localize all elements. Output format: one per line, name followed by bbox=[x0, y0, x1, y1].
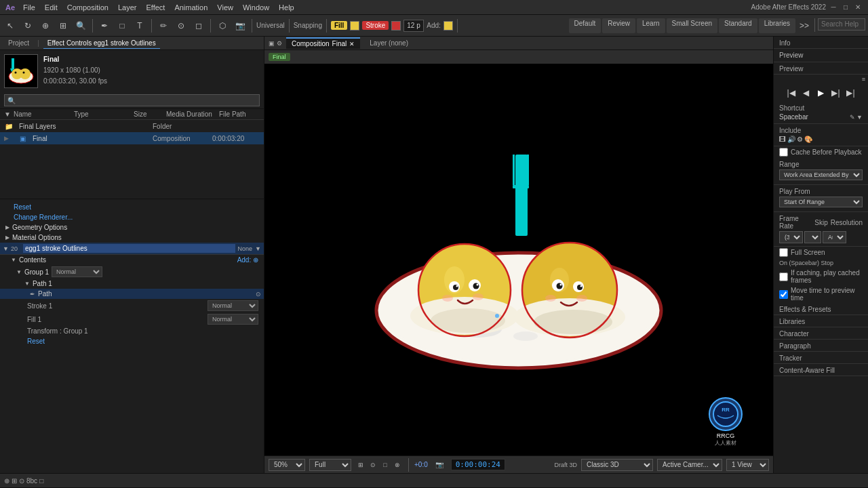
comp-tab-composition[interactable]: Composition Final ✕ bbox=[286, 37, 360, 49]
group1-mode-dropdown[interactable]: Normal bbox=[52, 266, 102, 277]
view-dropdown[interactable]: 1 View 2 Views 4 Views bbox=[726, 459, 769, 471]
comp-timecode[interactable]: 0:00:00:24 bbox=[451, 459, 505, 470]
menu-item-help[interactable]: Help bbox=[275, 2, 298, 13]
workspace-standard[interactable]: Standard bbox=[719, 18, 757, 33]
workspace-review[interactable]: Review bbox=[602, 18, 635, 33]
preview-menu-icon[interactable]: ≡ bbox=[862, 76, 865, 83]
search-tool[interactable]: 🔍 bbox=[73, 18, 88, 33]
3d-mode-dropdown[interactable]: Classic 3D GPU Accelerated bbox=[581, 459, 653, 471]
audio-include-icon[interactable]: 🔊 bbox=[787, 136, 795, 143]
full-screen-checkbox[interactable] bbox=[779, 248, 788, 257]
status-icon-1[interactable]: ⊕ bbox=[4, 477, 9, 485]
effects-presets-title[interactable]: Effects & Presets bbox=[774, 303, 868, 315]
contents-section[interactable]: ▼ Contents Add: ⊕ bbox=[0, 255, 264, 265]
path1-section[interactable]: ▼ Path 1 bbox=[0, 279, 264, 289]
workspace-libraries[interactable]: Libraries bbox=[759, 18, 795, 33]
stroke-width-input[interactable] bbox=[403, 20, 424, 32]
workspace-small-screen[interactable]: Small Screen bbox=[667, 18, 717, 33]
stroke-badge[interactable]: Stroke bbox=[362, 21, 389, 30]
if-caching-checkbox[interactable] bbox=[779, 272, 788, 281]
type-tool[interactable]: T bbox=[132, 18, 147, 33]
next-frame-btn[interactable]: ▶| bbox=[830, 87, 842, 99]
menu-item-edit[interactable]: Edit bbox=[41, 2, 62, 13]
brush-tool[interactable]: ✏ bbox=[156, 18, 171, 33]
comp-view-btn[interactable]: ⊗ bbox=[392, 460, 403, 470]
zoom-dropdown[interactable]: 50% 100% 25% bbox=[269, 459, 305, 471]
menu-item-window[interactable]: Window bbox=[239, 2, 273, 13]
comp-tab-close-icon[interactable]: ✕ bbox=[349, 41, 355, 47]
fill-color-swatch[interactable] bbox=[350, 21, 359, 30]
group1-section[interactable]: ▼ Group 1 Normal bbox=[0, 265, 264, 279]
status-icon-4[interactable]: 8bc bbox=[26, 477, 37, 485]
mask-btn[interactable]: ⊙ bbox=[368, 460, 378, 470]
close-button[interactable]: ✕ bbox=[853, 3, 863, 12]
clone-tool[interactable]: ⊙ bbox=[174, 18, 189, 33]
3d-tool[interactable]: ⬡ bbox=[215, 18, 230, 33]
color-include-icon[interactable]: 🎨 bbox=[804, 136, 812, 143]
project-search-input[interactable] bbox=[4, 94, 260, 106]
minimize-button[interactable]: ─ bbox=[829, 3, 838, 12]
range-dropdown[interactable]: Work Area Extended By Current... bbox=[779, 169, 863, 180]
fill1-mode-dropdown[interactable]: Normal bbox=[208, 314, 258, 325]
shortcut-down-icon[interactable]: ▼ bbox=[856, 114, 863, 121]
position-tool[interactable]: ⊞ bbox=[56, 18, 71, 33]
paragraph-title[interactable]: Paragraph bbox=[774, 340, 868, 352]
camera-tool[interactable]: 📷 bbox=[233, 18, 248, 33]
resolution-dropdown[interactable]: Full Half Quarter bbox=[309, 459, 351, 471]
play-btn[interactable]: ▶ bbox=[815, 87, 827, 99]
menu-item-animation[interactable]: Animation bbox=[170, 2, 212, 13]
skip-select[interactable]: 0 bbox=[804, 231, 821, 243]
stroke-color-swatch[interactable] bbox=[391, 21, 401, 30]
frame-rate-select[interactable]: (30) bbox=[779, 231, 803, 243]
move-time-checkbox[interactable] bbox=[779, 290, 788, 299]
workspace-learn[interactable]: Learn bbox=[637, 18, 665, 33]
snapshot-btn[interactable]: 📷 bbox=[432, 458, 447, 472]
cache-checkbox[interactable] bbox=[779, 148, 788, 157]
path-selected-row[interactable]: ✒ Path ⊙ bbox=[0, 289, 264, 299]
selected-layer-row[interactable]: ▼ 20 egg1 stroke Outlines None ▼ bbox=[0, 243, 264, 255]
maximize-button[interactable]: □ bbox=[841, 3, 850, 12]
geometry-options-section[interactable]: ▶ Geometry Options bbox=[0, 222, 264, 232]
status-icon-3[interactable]: ⊙ bbox=[19, 477, 24, 485]
menu-item-file[interactable]: File bbox=[19, 2, 39, 13]
stroke1-mode-dropdown[interactable]: Normal bbox=[208, 300, 258, 311]
character-title[interactable]: Character bbox=[774, 327, 868, 340]
project-item-comp[interactable]: ▶ Final Composition 0:00:03:20 bbox=[0, 132, 264, 144]
tracker-title[interactable]: Tracker bbox=[774, 352, 868, 364]
camera-dropdown[interactable]: Active Camer... bbox=[657, 459, 722, 471]
tab-effect-controls[interactable]: Effect Controls egg1 stroke Outlines bbox=[43, 38, 160, 49]
selection-tool[interactable]: ↖ bbox=[3, 18, 18, 33]
libraries-title[interactable]: Libraries bbox=[774, 315, 868, 327]
menu-item-effect[interactable]: Effect bbox=[142, 2, 169, 13]
prev-frame-btn[interactable]: ◀ bbox=[800, 87, 812, 99]
status-icon-5[interactable]: □ bbox=[39, 477, 43, 485]
tab-project[interactable]: Project bbox=[4, 38, 33, 48]
safe-zone-btn[interactable]: □ bbox=[380, 460, 391, 470]
content-aware-title[interactable]: Content-Aware Fill bbox=[774, 364, 868, 376]
material-options-section[interactable]: ▶ Material Options bbox=[0, 232, 264, 243]
add-color-swatch[interactable] bbox=[443, 21, 453, 30]
play-from-dropdown[interactable]: Start Of Range bbox=[779, 197, 863, 207]
workspace-expand-icon[interactable]: >> bbox=[797, 18, 812, 33]
video-include-icon[interactable]: 🎞 bbox=[779, 136, 786, 143]
go-to-end-btn[interactable]: ▶| bbox=[845, 87, 857, 99]
fill-badge[interactable]: Fill bbox=[331, 21, 347, 30]
rotation-tool[interactable]: ↻ bbox=[20, 18, 35, 33]
comp-settings-icon[interactable]: ⚙ bbox=[277, 40, 282, 47]
go-to-start-btn[interactable]: |◀ bbox=[785, 87, 797, 99]
comp-tab-layer[interactable]: Layer (none) bbox=[364, 38, 414, 48]
grid-btn[interactable]: ⊞ bbox=[355, 460, 366, 470]
status-icon-2[interactable]: ⊞ bbox=[12, 477, 17, 485]
shape-tool[interactable]: □ bbox=[115, 18, 130, 33]
menu-item-layer[interactable]: Layer bbox=[114, 2, 141, 13]
shortcut-edit-icon[interactable]: ✎ bbox=[850, 114, 855, 121]
project-item-folder[interactable]: Final Layers Folder bbox=[0, 120, 264, 132]
search-help-input[interactable] bbox=[818, 18, 865, 30]
menu-item-view[interactable]: View bbox=[213, 2, 237, 13]
resolution-select[interactable]: Auto bbox=[823, 231, 846, 243]
pen-tool[interactable]: ✒ bbox=[97, 18, 112, 33]
anchor-tool[interactable]: ⊕ bbox=[38, 18, 53, 33]
menu-item-composition[interactable]: Composition bbox=[63, 2, 113, 13]
eraser-tool[interactable]: ◻ bbox=[191, 18, 206, 33]
effects-include-icon[interactable]: ⚙ bbox=[797, 136, 803, 143]
